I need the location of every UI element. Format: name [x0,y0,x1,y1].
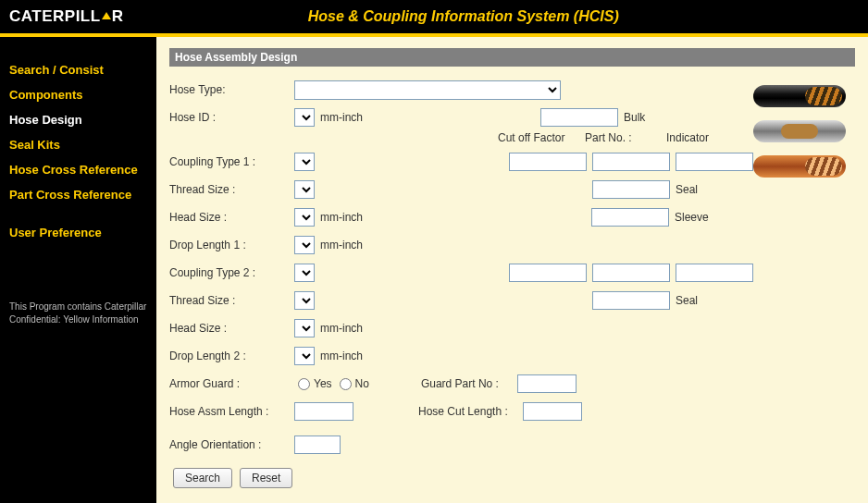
seal-2-label: Seal [676,294,698,307]
drop-length-1-select[interactable] [294,236,315,254]
angle-orientation-input[interactable] [294,436,341,454]
confidential-notice: This Program contains Caterpillar Confid… [9,301,156,326]
guard-part-no-input[interactable] [517,374,577,393]
hose-assm-length-label: Hose Assm Length : [169,405,294,418]
app-title: Hose & Coupling Information System (HCIS… [123,8,859,25]
coupling-type-1-label: Coupling Type 1 : [169,155,294,168]
sleeve-input[interactable] [591,208,669,227]
thread-size-1-label: Thread Size : [169,183,294,196]
hose-id-select[interactable] [294,108,315,127]
sidebar-item-part-cross-ref[interactable]: Part Cross Reference [9,182,156,207]
armor-guard-label: Armor Guard : [169,377,294,390]
coupling-type-2-label: Coupling Type 2 : [169,266,294,279]
thread-size-2-select[interactable] [294,291,315,310]
head-size-1-label: Head Size : [169,211,294,224]
hose-image-black [753,85,846,107]
head-size-1-select[interactable] [294,208,315,227]
ct2-cutoff-input[interactable] [509,264,587,282]
sidebar-item-components[interactable]: Components [9,82,156,107]
head-size-2-select[interactable] [294,319,315,337]
drop-length-1-label: Drop Length 1 : [169,239,294,252]
coupling-type-2-select[interactable] [294,264,315,282]
brand-logo: CATERPILL R [9,7,123,26]
ct2-indicator-input[interactable] [676,264,753,282]
head-size-1-unit: mm-inch [320,211,363,224]
hose-image-orange [753,155,846,178]
sidebar: Search / Consist Components Hose Design … [0,37,156,503]
guard-part-no-label: Guard Part No : [421,377,499,390]
seal-1-label: Seal [676,183,698,196]
sidebar-item-hose-cross-ref[interactable]: Hose Cross Reference [9,157,156,182]
hose-cut-length-input[interactable] [523,402,582,421]
coupling-type-1-select[interactable] [294,153,315,171]
bulk-input[interactable] [540,108,618,127]
hose-assm-length-input[interactable] [294,402,353,421]
ct1-partno-input[interactable] [592,153,670,171]
col-part-no: Part No. : [585,131,666,144]
bulk-label: Bulk [624,111,645,124]
sleeve-label: Sleeve [675,211,709,224]
armor-guard-yes-label: Yes [314,377,332,390]
drop-length-2-unit: mm-inch [320,350,363,362]
thread-size-1-select[interactable] [294,180,315,199]
hose-images [753,76,855,488]
main-panel: Hose Assembly Design Hose Type: Hose ID … [156,37,868,503]
ct1-indicator-input[interactable] [676,153,753,171]
drop-length-1-unit: mm-inch [320,239,363,252]
ct2-partno-input[interactable] [592,264,670,282]
sidebar-item-hose-design[interactable]: Hose Design [9,107,156,132]
logo-text-right: R [112,7,124,26]
hose-cut-length-label: Hose Cut Length : [418,405,508,418]
sidebar-item-user-preference[interactable]: User Preference [9,220,156,245]
ct1-cutoff-input[interactable] [509,153,587,171]
hose-id-unit: mm-inch [320,111,363,124]
col-cut-off-factor: Cut off Factor [498,131,585,144]
drop-length-2-select[interactable] [294,347,315,365]
drop-length-2-label: Drop Length 2 : [169,350,294,362]
thread-size-2-label: Thread Size : [169,294,294,307]
sidebar-item-seal-kits[interactable]: Seal Kits [9,132,156,157]
logo-text-left: CATERPILL [9,7,101,26]
col-indicator: Indicator [666,131,740,144]
angle-orientation-label: Angle Orientation : [169,438,294,451]
head-size-2-label: Head Size : [169,322,294,335]
search-button[interactable]: Search [173,468,232,488]
hose-type-label: Hose Type: [169,83,294,96]
seal-1-input[interactable] [592,180,670,199]
hose-id-label: Hose ID : [169,111,294,124]
armor-guard-yes-radio[interactable] [298,378,310,390]
panel-title: Hose Assembly Design [169,48,855,67]
sidebar-item-search-consist[interactable]: Search / Consist [9,57,156,82]
armor-guard-no-label: No [355,377,369,390]
head-size-2-unit: mm-inch [320,322,363,335]
hose-type-select[interactable] [294,80,561,100]
hose-image-cutaway [753,120,846,142]
seal-2-input[interactable] [592,291,670,310]
reset-button[interactable]: Reset [240,468,292,488]
logo-triangle-icon [102,12,111,19]
armor-guard-no-radio[interactable] [340,378,352,390]
